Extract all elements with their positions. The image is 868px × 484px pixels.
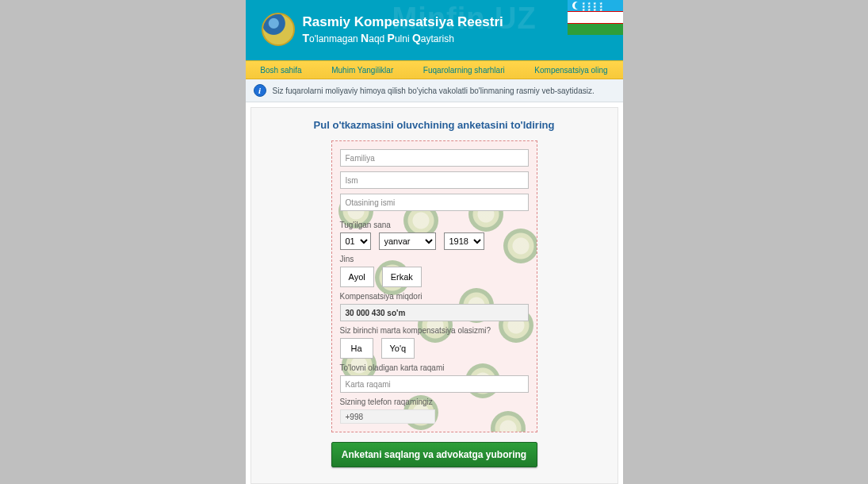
phone-group: Sizning telefon raqamingiz +998	[340, 398, 529, 424]
surname-input[interactable]	[340, 149, 529, 167]
uzbekistan-flag-icon: ★ ★ ★ ★★ ★ ★ ★★ ★ ★ ★	[568, 0, 623, 35]
card-label: To'lovni oladigan karta raqami	[340, 363, 529, 372]
info-text: Siz fuqarolarni moliyaviy himoya qilish …	[273, 86, 595, 95]
site-subtitle: To'lanmagan Naqd Pulni Qaytarish	[303, 32, 610, 44]
dob-year-select[interactable]: 1918	[444, 232, 484, 250]
gender-female-button[interactable]: Ayol	[340, 267, 374, 287]
nav-reviews[interactable]: Fuqarolarning sharhlari	[423, 66, 505, 75]
title-block: Rasmiy Kompensatsiya Reestri To'lanmagan…	[303, 14, 610, 44]
first-time-no-button[interactable]: Yo'q	[381, 338, 415, 359]
phone-label: Sizning telefon raqamingiz	[340, 398, 529, 406]
state-emblem-icon	[262, 13, 295, 46]
card-group: To'lovni oladigan karta raqami	[340, 363, 529, 393]
page-container: Minfin.UZ Rasmiy Kompensatsiya Reestri T…	[246, 0, 623, 484]
gender-male-button[interactable]: Erkak	[382, 267, 422, 287]
card-number-input[interactable]	[340, 375, 529, 393]
amount-label: Kompensatsiya miqdori	[340, 292, 529, 301]
info-icon: i	[254, 84, 266, 97]
first-time-label: Siz birinchi marta kompensatsiya olasizm…	[340, 326, 529, 335]
amount-value: 30 000 430 so'm	[340, 304, 529, 321]
first-time-yes-button[interactable]: Ha	[340, 338, 373, 359]
nav-news[interactable]: Muhim Yangiliklar	[331, 66, 393, 75]
nav-compensation[interactable]: Kompensatsiya oling	[534, 66, 607, 75]
info-bar: i Siz fuqarolarni moliyaviy himoya qilis…	[246, 79, 623, 102]
dob-group: Tug'ilgan sana 01 yanvar 1918	[340, 221, 529, 250]
amount-group: Kompensatsiya miqdori 30 000 430 so'm	[340, 292, 529, 321]
form-title: Pul o'tkazmasini oluvchining anketasini …	[262, 119, 606, 131]
gender-group: Jins Ayol Erkak	[340, 255, 529, 287]
recipient-form: Tug'ilgan sana 01 yanvar 1918 Jins Ayol …	[331, 140, 537, 432]
nav-home[interactable]: Bosh sahifa	[260, 66, 301, 75]
patronymic-input[interactable]	[340, 194, 529, 211]
gender-label: Jins	[340, 255, 529, 263]
submit-button[interactable]: Anketani saqlang va advokatga yuboring	[331, 442, 537, 467]
header: Minfin.UZ Rasmiy Kompensatsiya Reestri T…	[246, 0, 623, 60]
first-time-group: Siz birinchi marta kompensatsiya olasizm…	[340, 326, 529, 359]
dob-day-select[interactable]: 01	[340, 232, 371, 250]
firstname-input[interactable]	[340, 171, 529, 189]
main-nav: Bosh sahifa Muhim Yangiliklar Fuqarolarn…	[246, 60, 623, 79]
dob-label: Tug'ilgan sana	[340, 221, 529, 229]
content-panel: Pul o'tkazmasini oluvchining anketasini …	[250, 107, 618, 484]
dob-month-select[interactable]: yanvar	[379, 232, 436, 250]
site-title: Rasmiy Kompensatsiya Reestri	[303, 14, 610, 30]
phone-value: +998	[340, 409, 435, 424]
